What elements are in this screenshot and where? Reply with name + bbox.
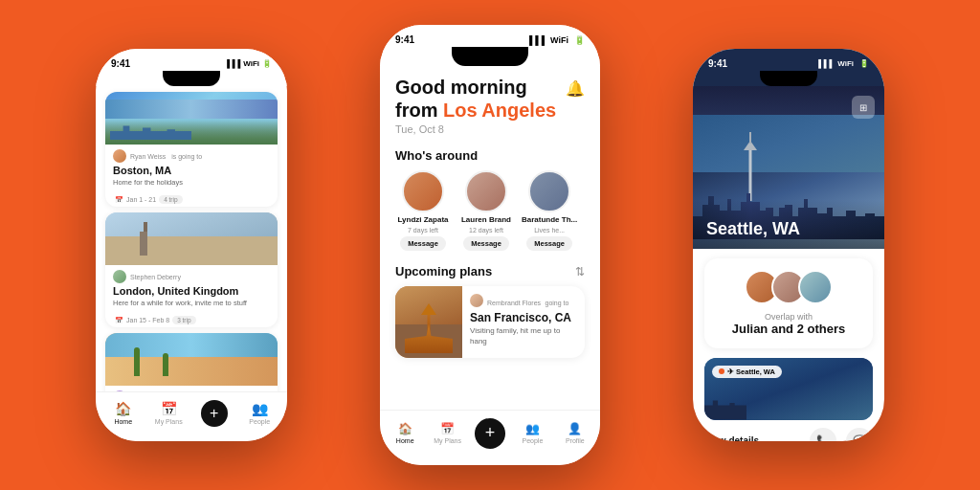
people-label: People	[249, 418, 270, 425]
center-bottom-nav: 🏠 Home 📅 My Plans + 👥 People 👤 Profile	[380, 410, 600, 465]
notification-bell-icon[interactable]: 🔔	[566, 79, 585, 98]
left-bottom-nav: 🏠 Home 📅 My Plans + 👥 People	[96, 391, 287, 441]
stephen-name: Stephen Deberry	[130, 274, 181, 280]
wifi-icon-r: WiFi	[837, 59, 854, 68]
city-label: Seattle, WA	[693, 200, 884, 249]
right-content: Overlap with Julian and 2 others ✈ Seatt…	[693, 249, 884, 441]
boston-card-body: Ryan Weiss is going to Boston, MA Home f…	[105, 145, 278, 192]
wifi-icon: WiFi	[243, 59, 259, 68]
c-people-icon: 👥	[525, 422, 540, 435]
sf-plan-image	[395, 286, 462, 358]
seattle-badge-label: ✈ Seattle, WA	[727, 368, 775, 376]
center-nav-profile[interactable]: 👤 Profile	[554, 422, 596, 444]
c-add-button[interactable]: +	[475, 418, 505, 449]
battery-icon-r: 🔋	[859, 59, 869, 68]
left-nav-people[interactable]: 👥 People	[237, 401, 283, 425]
signal-icon-r: ▐▐▐	[815, 59, 832, 68]
c-profile-icon: 👤	[568, 422, 582, 435]
center-nav-home[interactable]: 🏠 Home	[384, 422, 426, 444]
c-profile-label: Profile	[566, 437, 585, 444]
c-myplans-label: My Plans	[434, 437, 461, 444]
greeting: Good morning from Los Angeles Tue, Oct 8	[395, 76, 556, 135]
london-image	[105, 212, 278, 265]
overlap-avatar-3	[798, 270, 833, 304]
greeting-line1: Good morning	[395, 76, 556, 99]
right-notch	[760, 71, 817, 86]
rembrandt-name: Rembrandt Flores	[487, 300, 541, 306]
message-button[interactable]: 💬	[846, 428, 873, 441]
calendar-icon: 📅	[115, 196, 123, 204]
left-notch	[163, 71, 220, 86]
lyndzi-message-btn[interactable]: Message	[400, 236, 446, 251]
center-nav-myplans[interactable]: 📅 My Plans	[426, 422, 468, 444]
center-nav-people[interactable]: 👥 People	[511, 422, 553, 444]
message-icon: 💬	[853, 434, 867, 441]
trip-card-london[interactable]: Stephen Deberry London, United Kingdom H…	[105, 212, 278, 327]
wifi-icon-c: WiFi	[550, 35, 568, 45]
left-phone: 9:41 ▐▐▐ WiFi 🔋 Ryan Weiss is going to	[96, 49, 287, 441]
trip-card-boston[interactable]: Ryan Weiss is going to Boston, MA Home f…	[105, 92, 278, 207]
seattle-hero: Seattle, WA ⊞	[693, 86, 884, 249]
home-label: Home	[114, 418, 132, 425]
battery-icon-c: 🔋	[574, 35, 585, 45]
boston-user-row: Ryan Weiss is going to	[113, 149, 270, 163]
ryan-action: is going to	[171, 153, 202, 160]
myplans-label: My Plans	[155, 418, 183, 425]
london-city: London, United Kingdom	[113, 285, 270, 298]
map-button[interactable]: ⊞	[852, 96, 875, 119]
sf-plan-body: Rembrandt Flores going to San Francisco,…	[462, 286, 585, 358]
center-phone: 9:41 ▐▐▐ WiFi 🔋 Good morning from Los An…	[380, 25, 600, 465]
view-details-link[interactable]: View details	[704, 435, 759, 441]
lauren-message-btn[interactable]: Message	[463, 236, 509, 251]
left-status-icons: ▐▐▐ WiFi 🔋	[224, 59, 272, 68]
sf-plan-card[interactable]: Rembrandt Flores going to San Francisco,…	[395, 286, 585, 358]
left-nav-add[interactable]: +	[191, 400, 237, 427]
boston-city: Boston, MA	[113, 165, 270, 177]
sort-icon[interactable]: ⇅	[575, 265, 585, 278]
person-baratunde[interactable]: Baratunde Th... Lives he... Message	[522, 170, 577, 251]
center-status-bar: 9:41 ▐▐▐ WiFi 🔋	[380, 29, 600, 47]
london-card-body: Stephen Deberry London, United Kingdom H…	[105, 265, 278, 313]
whos-around-title: Who's around	[395, 148, 585, 163]
map-icon: ⊞	[859, 102, 867, 113]
left-nav-myplans[interactable]: 📅 My Plans	[146, 401, 192, 425]
seattle-city-name: Seattle, WA	[706, 219, 871, 239]
c-home-label: Home	[396, 437, 414, 444]
person-lauren[interactable]: Lauren Brand 12 days left Message	[458, 170, 514, 251]
upcoming-plans-title: Upcoming plans	[395, 264, 492, 278]
right-phone: 9:41 ▐▐▐ WiFi 🔋 Seattle, WA ⊞	[693, 49, 884, 441]
seattle-mini-card[interactable]: ✈ Seattle, WA	[704, 358, 873, 420]
baratunde-name: Baratunde Th...	[522, 215, 577, 224]
center-status-time: 9:41	[395, 34, 414, 45]
right-status-bar: 9:41 ▐▐▐ WiFi 🔋	[693, 53, 884, 71]
left-nav-home[interactable]: 🏠 Home	[100, 401, 146, 425]
center-nav-add[interactable]: +	[469, 418, 511, 449]
right-status-icons: ▐▐▐ WiFi 🔋	[815, 59, 869, 68]
baratunde-avatar	[528, 170, 570, 212]
person-lyndzi[interactable]: Lyndzi Zapata 7 days left Message	[395, 170, 451, 251]
lyndzi-avatar	[402, 170, 444, 212]
overlap-card[interactable]: Overlap with Julian and 2 others	[704, 258, 873, 348]
ryan-name: Ryan Weiss	[130, 153, 166, 160]
center-status-icons: ▐▐▐ WiFi 🔋	[526, 35, 585, 45]
london-user-row: Stephen Deberry	[113, 270, 270, 283]
people-icon: 👥	[252, 401, 268, 416]
greeting-row: Good morning from Los Angeles Tue, Oct 8…	[395, 76, 585, 143]
lauren-days: 12 days left	[469, 227, 503, 234]
lauren-avatar	[465, 170, 507, 212]
phone-button[interactable]: 📞	[810, 428, 836, 441]
action-icons: 📞 💬	[810, 428, 873, 441]
sf-desc: Visiting family, hit me up to hang	[470, 326, 577, 346]
view-details-row: View details 📞 💬	[704, 420, 873, 441]
baratunde-days: Lives he...	[534, 227, 565, 234]
c-home-icon: 🏠	[398, 422, 412, 435]
phone-icon: 📞	[816, 434, 831, 441]
rembrandt-avatar	[470, 294, 483, 307]
baratunde-message-btn[interactable]: Message	[526, 236, 572, 251]
stephen-avatar	[113, 270, 126, 283]
whos-around-list: Lyndzi Zapata 7 days left Message Lauren…	[395, 170, 585, 251]
battery-icon: 🔋	[262, 59, 272, 68]
sf-city: San Francisco, CA	[470, 311, 577, 324]
add-button[interactable]: +	[201, 400, 228, 427]
c-myplans-icon: 📅	[440, 422, 455, 435]
